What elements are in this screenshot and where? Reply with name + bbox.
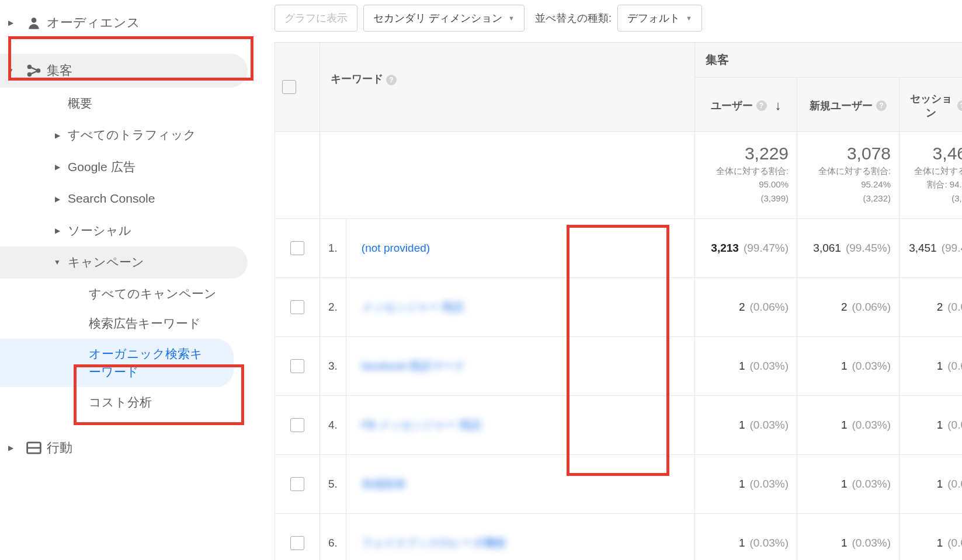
row-sessions: 1(0.0: [900, 336, 963, 395]
nav-overview[interactable]: 概要: [0, 88, 257, 119]
help-icon[interactable]: ?: [386, 75, 397, 85]
chevron-down-icon: ▼: [508, 15, 515, 22]
sort-desc-icon: ↓: [775, 98, 782, 113]
svg-point-1: [28, 65, 31, 68]
row-keyword[interactable]: facebook 既読マーク: [355, 360, 465, 372]
nav-social[interactable]: ▶ ソーシャル: [0, 215, 257, 246]
col-users-header[interactable]: ユーザー ? ↓: [695, 78, 797, 132]
row-users: 3,213(99.47%): [695, 218, 797, 277]
table-row: 5.先端技術1(0.03%)1(0.03%)1(0.0: [275, 454, 963, 513]
nav-audience-label: オーディエンス: [47, 14, 140, 32]
row-sessions: 2(0.0: [900, 277, 963, 336]
row-keyword[interactable]: メッセンジャー 既読: [355, 301, 464, 313]
row-keyword[interactable]: フェイスブックのレーダ機能: [355, 537, 506, 549]
nav-audience[interactable]: ▶ オーディエンス: [0, 6, 257, 40]
chevron-right-icon: ▶: [0, 19, 21, 27]
nav-search-console[interactable]: ▶ Search Console: [0, 183, 257, 214]
row-index: 4.: [320, 395, 346, 454]
row-index: 3.: [320, 336, 346, 395]
help-icon[interactable]: ?: [756, 100, 767, 111]
sidebar: ▶ オーディエンス ▼ 集客 概要 ▶ すべてのトラフィック ▶ Google …: [0, 0, 257, 560]
row-checkbox[interactable]: [290, 300, 304, 314]
help-icon[interactable]: ?: [957, 100, 962, 111]
nav-all-traffic[interactable]: ▶ すべてのトラフィック: [0, 119, 257, 151]
row-index: 1.: [320, 218, 346, 277]
nav-all-campaigns[interactable]: すべてのキャンペーン: [0, 279, 257, 309]
totals-row: 3,229 全体に対する割合: 95.00% (3,399) 3,078 全体に…: [275, 132, 963, 219]
svg-point-2: [28, 73, 31, 76]
row-sessions: 3,451(99.4: [900, 218, 963, 277]
row-keyword[interactable]: FB メッセンジャー 既読: [355, 419, 482, 431]
nav-organic-keywords[interactable]: オーガニック検索キーワード: [0, 339, 234, 387]
nav-social-label: ソーシャル: [68, 222, 143, 239]
nav-campaigns[interactable]: ▼ キャンペーン: [0, 246, 248, 278]
row-users: 1(0.03%): [695, 454, 797, 513]
row-keyword[interactable]: (not provided): [355, 242, 430, 254]
row-checkbox[interactable]: [290, 477, 304, 491]
total-sessions: 3,46: [908, 144, 962, 164]
nav-all-traffic-label: すべてのトラフィック: [68, 126, 208, 144]
chevron-right-icon: ▶: [47, 163, 68, 171]
total-users-pct: 全体に対する割合: 95.00%: [703, 165, 789, 191]
row-new-users: 1(0.03%): [797, 336, 900, 395]
row-new-users: 3,061(99.45%): [797, 218, 900, 277]
nav-behavior-label: 行動: [47, 439, 72, 457]
help-icon[interactable]: ?: [876, 100, 887, 111]
row-checkbox[interactable]: [290, 536, 304, 550]
plot-rows-button[interactable]: グラフに表示: [275, 5, 357, 32]
table-row: 3.facebook 既読マーク1(0.03%)1(0.03%)1(0.0: [275, 336, 963, 395]
row-index: 5.: [320, 454, 346, 513]
row-users: 1(0.03%): [695, 395, 797, 454]
select-all-checkbox[interactable]: [282, 80, 296, 94]
row-index: 6.: [320, 513, 346, 560]
nav-behavior[interactable]: ▶ 行動: [0, 431, 257, 465]
nav-cost-analysis[interactable]: コスト分析: [0, 387, 257, 418]
row-checkbox[interactable]: [290, 359, 304, 373]
col-sessions-header[interactable]: セッション ?: [900, 78, 963, 132]
nav-acquisition-label: 集客: [47, 62, 72, 79]
group-header: 集客: [706, 53, 729, 66]
sort-type-dropdown[interactable]: デフォルト ▼: [617, 5, 702, 32]
row-users: 1(0.03%): [695, 336, 797, 395]
toolbar: グラフに表示 セカンダリ ディメンション ▼ 並べ替えの種類: デフォルト ▼: [275, 0, 962, 42]
col-new-users-header[interactable]: 新規ユーザー ?: [797, 78, 900, 132]
row-sessions: 1(0.0: [900, 454, 963, 513]
row-sessions: 1(0.0: [900, 395, 963, 454]
main-content: グラフに表示 セカンダリ ディメンション ▼ 並べ替えの種類: デフォルト ▼ …: [257, 0, 962, 560]
chevron-right-icon: ▶: [47, 227, 68, 235]
keyword-header: キーワード: [331, 73, 383, 85]
nav-all-campaigns-label: すべてのキャンペーン: [89, 284, 228, 303]
row-index: 2.: [320, 277, 346, 336]
chevron-right-icon: ▶: [0, 444, 21, 452]
col-sessions-label: セッション: [908, 92, 954, 120]
plot-rows-label: グラフに表示: [284, 11, 348, 25]
total-sessions-pct: 全体に対する割合: 94.3: [908, 165, 962, 191]
table-row: 6.フェイスブックのレーダ機能1(0.03%)1(0.03%)1(0.0: [275, 513, 963, 560]
row-checkbox[interactable]: [290, 241, 304, 255]
total-users: 3,229: [703, 144, 789, 164]
chevron-right-icon: ▶: [47, 131, 68, 140]
total-new-users-base: (3,232): [805, 192, 891, 206]
row-users: 2(0.06%): [695, 277, 797, 336]
row-users: 1(0.03%): [695, 513, 797, 560]
chevron-down-icon: ▼: [47, 258, 68, 266]
nav-organic-keywords-label: オーガニック検索キーワード: [89, 345, 222, 381]
nav-cost-analysis-label: コスト分析: [89, 393, 164, 412]
col-users-label: ユーザー: [711, 99, 753, 113]
chevron-down-icon: ▼: [686, 15, 692, 22]
table-row: 2.メッセンジャー 既読2(0.06%)2(0.06%)2(0.0: [275, 277, 963, 336]
behavior-icon: [21, 441, 47, 454]
row-checkbox[interactable]: [290, 418, 304, 432]
chevron-right-icon: ▶: [47, 195, 68, 203]
nav-paid-keywords[interactable]: 検索広告キーワード: [0, 308, 257, 339]
sort-type-value: デフォルト: [627, 11, 680, 25]
row-new-users: 1(0.03%): [797, 454, 900, 513]
nav-google-ads[interactable]: ▶ Google 広告: [0, 151, 257, 183]
nav-search-console-label: Search Console: [68, 190, 166, 207]
secondary-dimension-dropdown[interactable]: セカンダリ ディメンション ▼: [363, 5, 525, 32]
nav-acquisition[interactable]: ▼ 集客: [0, 54, 248, 88]
secondary-dimension-label: セカンダリ ディメンション: [373, 11, 502, 25]
nav-campaigns-label: キャンペーン: [68, 253, 156, 271]
table-row: 4.FB メッセンジャー 既読1(0.03%)1(0.03%)1(0.0: [275, 395, 963, 454]
row-keyword[interactable]: 先端技術: [355, 478, 406, 490]
